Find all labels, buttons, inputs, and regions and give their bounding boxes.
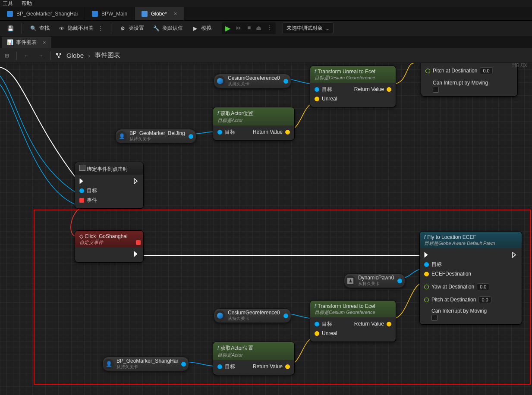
pin-return[interactable] [285,364,290,369]
blueprint-icon [92,11,98,17]
stop-button[interactable]: ■ [246,24,252,32]
eye-icon: 👁 [58,25,65,32]
function-icon: f [315,69,316,75]
simulation-button[interactable]: ▶模拟 [188,23,215,34]
breadcrumb-root[interactable]: Globe [66,52,84,59]
pin-yaw[interactable] [424,285,429,289]
pin-object-out[interactable] [181,362,186,367]
pin-return[interactable] [387,87,391,92]
pin-bool[interactable] [425,80,430,85]
node-fly-to-location-ecef[interactable]: fFly to Location ECEF目标是Globe Aware Defa… [419,231,522,325]
pin-object-out[interactable] [283,313,288,318]
nav-forward-button[interactable]: → [36,50,46,61]
pin-unreal[interactable] [315,97,319,101]
event-diamond-icon: ◇ [79,233,83,239]
function-icon: f [217,345,219,351]
nav-menu-icon[interactable]: ⊞ [2,50,12,61]
node-bind-event-onclick[interactable]: 绑定事件到点击时 目标 事件 [75,162,144,209]
blueprint-icon [7,11,13,17]
graph-icon [55,52,62,59]
actor-icon: 👤 [116,131,127,141]
node-transform-unreal-ecef-1[interactable]: fTransform Unreal to Ecef目标是Cesium Geore… [310,66,396,107]
save-button[interactable]: 💾 [3,23,17,34]
pin-return[interactable] [285,130,290,135]
class-defaults-button[interactable]: 🔧类默认值 [149,23,186,34]
subtab-event-graph[interactable]: 📊 事件图表 × [2,37,51,48]
close-icon[interactable]: × [174,10,177,17]
pin-return[interactable] [387,322,391,326]
breadcrumb-current[interactable]: 事件图表 [94,51,120,60]
class-settings-button[interactable]: ⚙类设置 [116,23,148,34]
pin-target[interactable] [424,262,429,267]
cesium-icon [215,76,225,86]
node-transform-unreal-ecef-2[interactable]: fTransform Unreal to Ecef目标是Cesium Geore… [310,300,396,342]
pin-exec-in[interactable] [424,252,429,258]
checkbox[interactable] [433,87,439,93]
debug-filter-dropdown[interactable]: 未选中调试对象 ⌄ [283,22,334,34]
pin-unreal[interactable] [315,331,319,336]
tab-label: BP_GeoMarker_ShangHai [16,11,78,17]
node-var-cesium-georeference-1[interactable]: CesiumGeoreference0从持久关卡 [214,74,291,88]
function-icon: f [315,303,316,309]
more-icon[interactable]: ⋮ [265,24,274,32]
nav-back-button[interactable]: ← [21,50,31,61]
node-event-click-goshanghai[interactable]: ◇ Click_GoShanghai 自定义事件 [75,230,144,263]
pin-object-out[interactable] [283,79,288,84]
pin-delegate-out[interactable] [136,240,141,245]
scale-label: 缩放 [512,63,528,69]
wrench-icon: 🔧 [153,25,160,32]
value-input[interactable]: 0.0 [480,67,492,74]
pin-exec-in[interactable] [79,178,85,184]
graph-canvas[interactable]: Yaw at Destination0.0 Pitch at Destinati… [0,63,532,395]
step-button[interactable]: ⏭ [235,24,243,32]
pin-exec-out[interactable] [512,252,517,258]
save-icon: 💾 [7,25,14,32]
node-get-actor-location-1[interactable]: f获取Actor位置目标是Actor 目标Return Value [213,107,295,141]
blueprint-icon [142,11,148,17]
value-input[interactable]: 0.0 [477,283,489,290]
play-icon: ▶ [192,25,198,32]
pin-exec-out[interactable] [134,178,139,184]
eject-button[interactable]: ⏏ [255,24,263,32]
pin-object-out[interactable] [189,134,193,139]
value-input[interactable]: 0.0 [478,296,491,303]
svg-rect-1 [60,53,61,55]
pin-target[interactable] [315,322,319,326]
pin-target[interactable] [217,364,222,369]
pin-float[interactable] [425,69,430,73]
pin-target[interactable] [217,130,222,135]
tab-label: BPW_Main [101,11,127,17]
node-flyto-partial[interactable]: Yaw at Destination0.0 Pitch at Destinati… [421,63,518,97]
tab-bpw-main[interactable]: BPW_Main [85,7,135,20]
tab-globe[interactable]: Globe* × [135,7,184,20]
close-icon[interactable]: × [43,39,46,46]
node-var-cesium-georeference-2[interactable]: CesiumGeoreference0从持久关卡 [214,308,291,323]
tab-geomarker-shanghai[interactable]: BP_GeoMarker_ShangHai [0,7,85,20]
node-var-geomarker-shanghai[interactable]: 👤 BP_GeoMarker_ShangHai从持久关卡 [102,357,189,371]
pin-ecef[interactable] [424,272,429,276]
menu-help[interactable]: 帮助 [22,0,32,7]
pin-target[interactable] [79,188,84,193]
breadcrumb: ⊞ ← → Globe › 事件图表 [0,48,532,63]
find-button[interactable]: 🔍查找 [26,23,53,34]
graph-icon: 📊 [7,39,13,45]
main-tabs: BP_GeoMarker_ShangHai BPW_Main Globe* × [0,7,532,21]
pin-pitch[interactable] [424,298,429,302]
svg-rect-2 [58,56,60,58]
pin-object-out[interactable] [397,279,402,283]
checkbox[interactable] [431,315,438,321]
pin-delegate[interactable] [79,198,84,203]
hide-unrelated-button[interactable]: 👁隐藏不相关⋮ [55,23,107,34]
play-button[interactable]: ▶ [224,24,232,32]
separator [111,23,111,34]
node-var-geomarker-beijing[interactable]: 👤 BP_GeoMarker_BeiJing从持久关卡 [115,129,196,144]
pin-exec-out[interactable] [134,251,139,257]
chevron-right-icon: › [88,52,90,59]
toolbar: 💾 🔍查找 👁隐藏不相关⋮ ⚙类设置 🔧类默认值 ▶模拟 ▶ ⏭ ■ ⏏ ⋮ 未… [0,21,532,36]
node-var-dynamic-pawn[interactable]: ♟ DynamicPawn0从持久关卡 [344,273,405,288]
actor-icon: 👤 [104,359,114,369]
pin-bool[interactable] [424,308,429,313]
node-get-actor-location-2[interactable]: f获取Actor位置目标是Actor 目标Return Value [213,342,295,375]
menu-tools[interactable]: 工具 [3,0,13,7]
pin-target[interactable] [315,87,319,92]
